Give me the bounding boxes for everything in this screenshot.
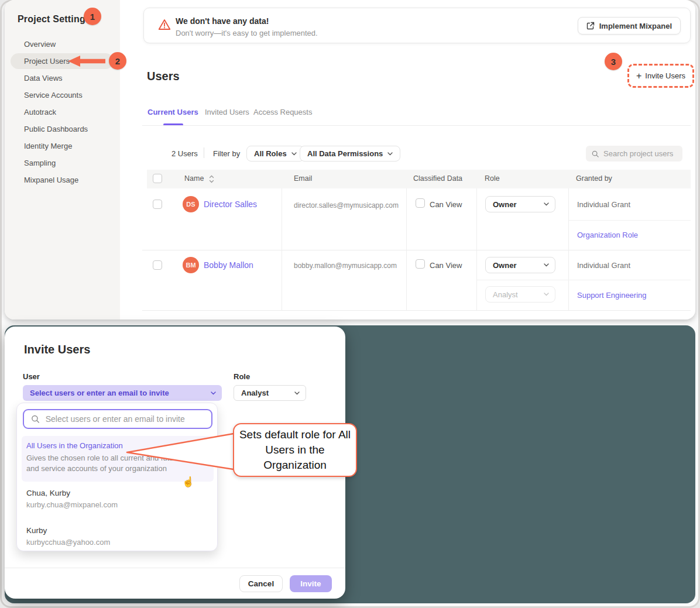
can-view-checkbox[interactable] (416, 198, 425, 208)
option-email: kurbycchua@yahoo.com (26, 538, 110, 547)
sub-row-divider (477, 280, 691, 280)
row-divider (142, 310, 691, 311)
role-select-value: Analyst (241, 389, 269, 397)
chevron-down-icon (544, 202, 549, 206)
row-checkbox[interactable] (153, 200, 162, 209)
role-select-trigger[interactable]: Analyst (234, 385, 306, 401)
invite-button[interactable]: Invite (290, 575, 332, 592)
annotation-arrow-icon (68, 56, 105, 67)
option-title: All Users in the Organization (26, 441, 123, 450)
column-divider (568, 188, 569, 310)
invite-users-button[interactable]: + Invite Users (627, 64, 694, 88)
user-email: director.salles@mymusicapp.com (294, 201, 399, 209)
permissions-filter-dropdown[interactable]: All Data Permissions (300, 146, 400, 162)
page-title: Users (147, 70, 180, 83)
annotation-badge-2: 2 (109, 52, 126, 70)
chevron-down-icon (387, 152, 393, 156)
user-select-value: Select users or enter an email to invite (30, 389, 169, 397)
organization-role-link[interactable]: Organization Role (577, 231, 638, 239)
callout-tail (120, 423, 237, 479)
user-email: bobby.mallon@mymusicapp.com (294, 262, 397, 270)
granted-by-value: Individual Grant (577, 200, 630, 209)
role-field-label: Role (234, 372, 250, 381)
banner-subtitle: Don't worry—it's easy to get implemented… (176, 29, 318, 37)
column-header-granted: Granted by (576, 174, 612, 183)
option-title: Kurby (26, 526, 47, 535)
screenshot-canvas: Project Settings Overview Project Users … (0, 0, 700, 608)
implement-mixpanel-button[interactable]: Implement Mixpanel (578, 17, 681, 35)
plus-icon: + (636, 71, 641, 81)
row-divider (142, 250, 691, 250)
annotation-badge-1: 1 (84, 8, 101, 25)
sidebar-item-project-users[interactable]: Project Users (24, 57, 70, 68)
sidebar-item-public-dashboards[interactable]: Public Dashboards (24, 125, 88, 136)
modal-title: Invite Users (24, 343, 90, 356)
sort-icon[interactable] (209, 175, 214, 183)
user-select-trigger[interactable]: Select users or enter an email to invite (23, 385, 222, 401)
dropdown-search-input[interactable] (46, 414, 204, 424)
tab-current-users[interactable]: Current Users (147, 108, 198, 116)
cancel-button[interactable]: Cancel (239, 575, 283, 592)
implement-mixpanel-label: Implement Mixpanel (599, 22, 672, 30)
user-name-link[interactable]: Director Salles (204, 200, 257, 209)
chevron-down-icon (294, 391, 300, 395)
search-project-users-input[interactable] (603, 149, 677, 158)
column-header-name[interactable]: Name (184, 174, 204, 183)
sidebar-item-service-accounts[interactable]: Service Accounts (24, 91, 83, 102)
warning-triangle-icon (158, 19, 171, 30)
chevron-down-icon (544, 293, 549, 296)
search-icon (592, 150, 599, 158)
can-view-checkbox[interactable] (416, 259, 425, 269)
row-checkbox[interactable] (153, 260, 162, 270)
project-settings-window: Project Settings Overview Project Users … (5, 0, 695, 320)
annotation-badge-3: 3 (605, 53, 622, 70)
callout-text: Sets default role for All Users in the O… (236, 427, 354, 473)
modal-footer-divider (5, 568, 345, 568)
search-project-users-box (586, 146, 682, 162)
user-field-label: User (23, 372, 40, 381)
column-header-role: Role (485, 174, 500, 183)
option-email: kurby.chua@mixpanel.com (26, 500, 118, 509)
user-count: 2 Users (171, 149, 198, 158)
chevron-down-icon (544, 263, 549, 267)
sidebar-item-identity-merge[interactable]: Identity Merge (24, 142, 72, 153)
roles-filter-dropdown[interactable]: All Roles (246, 146, 304, 162)
no-data-banner: We don't have any data! Don't worry—it's… (143, 8, 691, 43)
permissions-filter-label: All Data Permissions (307, 149, 383, 158)
chevron-down-icon (211, 391, 216, 395)
sidebar-item-mixpanel-usage[interactable]: Mixpanel Usage (24, 176, 78, 187)
callout-bubble: Sets default role for All Users in the O… (233, 423, 357, 477)
role-select-value: Owner (493, 261, 516, 270)
banner-title: We don't have any data! (176, 16, 269, 26)
sidebar-item-data-views[interactable]: Data Views (24, 74, 63, 85)
roles-filter-label: All Roles (254, 149, 287, 158)
tab-access-requests[interactable]: Access Requests (253, 108, 312, 116)
user-name-link[interactable]: Bobby Mallon (204, 260, 253, 270)
search-icon (31, 414, 40, 424)
role-select-value: Analyst (493, 290, 518, 299)
role-select-value: Owner (493, 200, 516, 209)
support-engineering-link[interactable]: Support Engineering (577, 291, 647, 300)
column-divider (282, 188, 282, 310)
role-select[interactable]: Owner (485, 257, 555, 273)
chevron-down-icon (291, 152, 297, 156)
column-header-classified: Classified Data (413, 174, 462, 183)
column-header-email: Email (294, 174, 312, 183)
granted-by-divider (569, 220, 691, 221)
can-view-label: Can View (430, 200, 462, 209)
external-link-icon (586, 22, 595, 30)
can-view-label: Can View (430, 261, 462, 270)
tab-invited-users[interactable]: Invited Users (205, 108, 249, 116)
granted-by-value: Individual Grant (577, 261, 630, 270)
sidebar-item-overview[interactable]: Overview (24, 40, 56, 51)
option-title: Chua, Kurby (26, 489, 70, 497)
sidebar-item-autotrack[interactable]: Autotrack (24, 108, 56, 119)
role-select-disabled: Analyst (485, 286, 555, 303)
select-all-checkbox[interactable] (153, 174, 162, 183)
role-select[interactable]: Owner (485, 196, 555, 212)
column-divider (406, 188, 407, 310)
toolbar-separator (204, 147, 204, 158)
invite-users-label: Invite Users (645, 71, 685, 80)
sidebar-item-sampling[interactable]: Sampling (24, 159, 56, 170)
sidebar-title: Project Settings (18, 14, 91, 25)
